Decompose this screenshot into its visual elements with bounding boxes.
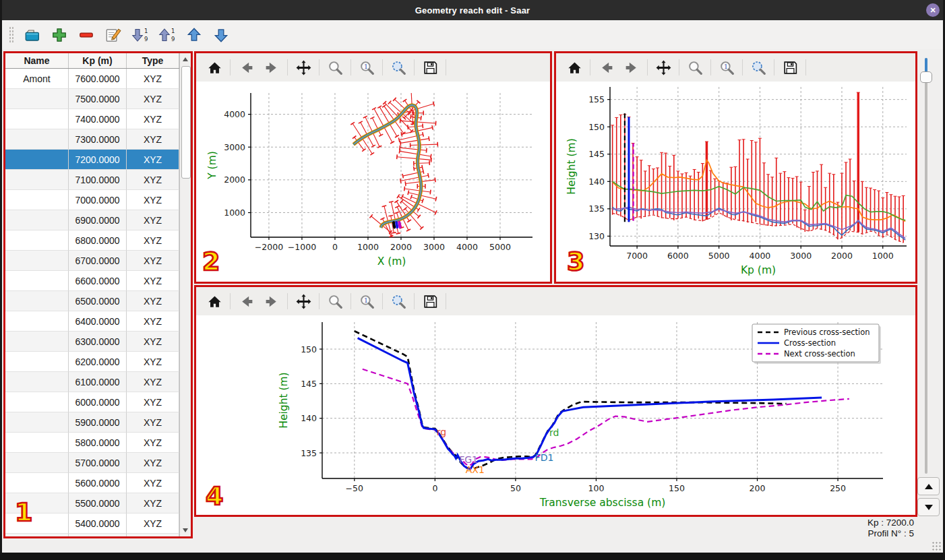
svg-text:150: 150 bbox=[301, 344, 317, 354]
long-profile-toolbar: 1 bbox=[556, 53, 915, 82]
profile-position-slider[interactable] bbox=[925, 58, 927, 474]
svg-text:Next cross-section: Next cross-section bbox=[784, 349, 855, 359]
table-row[interactable]: 7200.0000XYZ bbox=[5, 150, 179, 170]
header-type[interactable]: Type bbox=[127, 53, 179, 68]
scroll-down-button[interactable] bbox=[181, 525, 190, 536]
plan-view-chart[interactable]: −2000−1000010002000300040005000100020003… bbox=[196, 82, 550, 282]
magnifier-one-icon: 1 bbox=[359, 293, 375, 310]
back-button[interactable] bbox=[235, 290, 257, 312]
magnifier-region-icon bbox=[390, 293, 407, 310]
forward-button[interactable] bbox=[260, 57, 283, 78]
table-row[interactable]: 6100.0000XYZ bbox=[5, 372, 179, 392]
table-row[interactable]: 6200.0000XYZ bbox=[5, 352, 179, 372]
table-cell: 7500.0000 bbox=[69, 89, 127, 109]
home-icon bbox=[206, 59, 223, 76]
zoom-button[interactable] bbox=[683, 57, 706, 78]
table-row[interactable]: 7300.0000XYZ bbox=[5, 129, 179, 150]
save-button[interactable] bbox=[419, 57, 441, 78]
forward-button[interactable] bbox=[260, 290, 283, 312]
resize-grip[interactable] bbox=[932, 541, 941, 551]
table-cell: XYZ bbox=[127, 372, 179, 392]
table-row[interactable]: 7100.0000XYZ bbox=[5, 170, 179, 190]
title-bar[interactable]: Geometry reach edit - Saar ✕ bbox=[0, 0, 945, 20]
save-button[interactable] bbox=[779, 57, 801, 78]
table-row[interactable]: 7400.0000XYZ bbox=[5, 109, 179, 129]
zoom-region-button[interactable] bbox=[387, 290, 410, 312]
table-cell: XYZ bbox=[127, 150, 179, 170]
toolbar-grip[interactable] bbox=[9, 26, 14, 44]
add-button[interactable] bbox=[49, 25, 69, 45]
zoom-original-button[interactable]: 1 bbox=[715, 57, 738, 78]
svg-text:Height (m): Height (m) bbox=[566, 138, 578, 194]
edit-button[interactable] bbox=[103, 25, 123, 45]
svg-text:−50: −50 bbox=[346, 483, 363, 493]
home-button[interactable] bbox=[563, 57, 586, 78]
edit-icon bbox=[104, 26, 122, 44]
triangle-down-icon bbox=[183, 528, 188, 532]
table-cell: XYZ bbox=[127, 493, 179, 514]
home-button[interactable] bbox=[203, 290, 226, 312]
long-profile-chart[interactable]: 7000600050004000300020001000130135140145… bbox=[556, 82, 915, 282]
remove-button[interactable] bbox=[76, 25, 96, 45]
svg-text:1: 1 bbox=[144, 28, 148, 34]
table-row[interactable]: 7000.0000XYZ bbox=[5, 190, 179, 210]
cross-section-chart[interactable]: −50050100150200250135140145150Transverse… bbox=[196, 315, 915, 515]
pan-button[interactable] bbox=[292, 57, 315, 78]
scroll-up-button[interactable] bbox=[181, 54, 190, 65]
table-row[interactable]: 6600.0000XYZ bbox=[5, 271, 179, 291]
move-up-button[interactable] bbox=[184, 25, 204, 45]
svg-text:150: 150 bbox=[588, 122, 605, 132]
table-row[interactable]: 5600.0000XYZ bbox=[5, 473, 179, 493]
table-row[interactable]: 5300.0000XYZ bbox=[5, 534, 179, 538]
table-row[interactable]: 5900.0000XYZ bbox=[5, 412, 179, 433]
zoom-region-button[interactable] bbox=[747, 57, 770, 78]
back-button[interactable] bbox=[595, 57, 617, 78]
table-row[interactable]: 6400.0000XYZ bbox=[5, 311, 179, 332]
table-row[interactable]: 7500.0000XYZ bbox=[5, 89, 179, 109]
table-row[interactable]: 5800.0000XYZ bbox=[5, 433, 179, 453]
svg-text:1000: 1000 bbox=[872, 251, 894, 261]
forward-button[interactable] bbox=[620, 57, 643, 78]
svg-text:4000: 4000 bbox=[456, 242, 478, 252]
header-name[interactable]: Name bbox=[5, 53, 69, 68]
table-row[interactable]: 6900.0000XYZ bbox=[5, 210, 179, 230]
table-cell: 5700.0000 bbox=[69, 453, 127, 473]
svg-text:2000: 2000 bbox=[831, 251, 853, 261]
table-row[interactable]: 6500.0000XYZ bbox=[5, 291, 179, 311]
zoom-button[interactable] bbox=[324, 290, 346, 312]
scrollbar-thumb[interactable] bbox=[181, 66, 191, 179]
pan-button[interactable] bbox=[652, 57, 675, 78]
table-cell: XYZ bbox=[127, 190, 179, 210]
zoom-region-button[interactable] bbox=[387, 57, 410, 78]
close-button[interactable]: ✕ bbox=[926, 3, 940, 17]
long-profile-panel: 1 70006000500040003000200010001301351401… bbox=[554, 51, 917, 284]
table-row[interactable]: Amont7600.0000XYZ bbox=[5, 69, 179, 89]
table-cell: 6700.0000 bbox=[69, 251, 127, 271]
table-scrollbar[interactable] bbox=[179, 53, 191, 536]
sort-ascending-button[interactable]: 1 9 bbox=[157, 25, 177, 45]
open-button[interactable] bbox=[22, 25, 42, 45]
sort-descending-button[interactable]: 1 9 bbox=[130, 25, 150, 45]
table-row[interactable]: 5700.0000XYZ bbox=[5, 453, 179, 473]
next-profile-button[interactable] bbox=[917, 498, 940, 516]
reach-table-body: Amont7600.0000XYZ7500.0000XYZ7400.0000XY… bbox=[5, 69, 179, 538]
save-button[interactable] bbox=[419, 290, 441, 312]
table-cell bbox=[5, 210, 69, 230]
table-row[interactable]: 6700.0000XYZ bbox=[5, 251, 179, 271]
zoom-button[interactable] bbox=[324, 57, 346, 78]
back-button[interactable] bbox=[235, 57, 257, 78]
table-cell bbox=[5, 372, 69, 392]
table-cell: XYZ bbox=[127, 352, 179, 372]
zoom-original-button[interactable]: 1 bbox=[355, 290, 378, 312]
slider-handle[interactable] bbox=[920, 71, 932, 83]
table-row[interactable]: 6800.0000XYZ bbox=[5, 230, 179, 251]
table-row[interactable]: 6300.0000XYZ bbox=[5, 332, 179, 352]
pan-button[interactable] bbox=[292, 290, 315, 312]
zoom-original-button[interactable]: 1 bbox=[355, 57, 378, 78]
header-kp[interactable]: Kp (m) bbox=[69, 53, 127, 68]
move-down-button[interactable] bbox=[211, 25, 231, 45]
table-row[interactable]: 6000.0000XYZ bbox=[5, 392, 179, 412]
previous-profile-button[interactable] bbox=[917, 477, 940, 495]
home-button[interactable] bbox=[203, 57, 226, 78]
svg-text:135: 135 bbox=[301, 448, 317, 458]
